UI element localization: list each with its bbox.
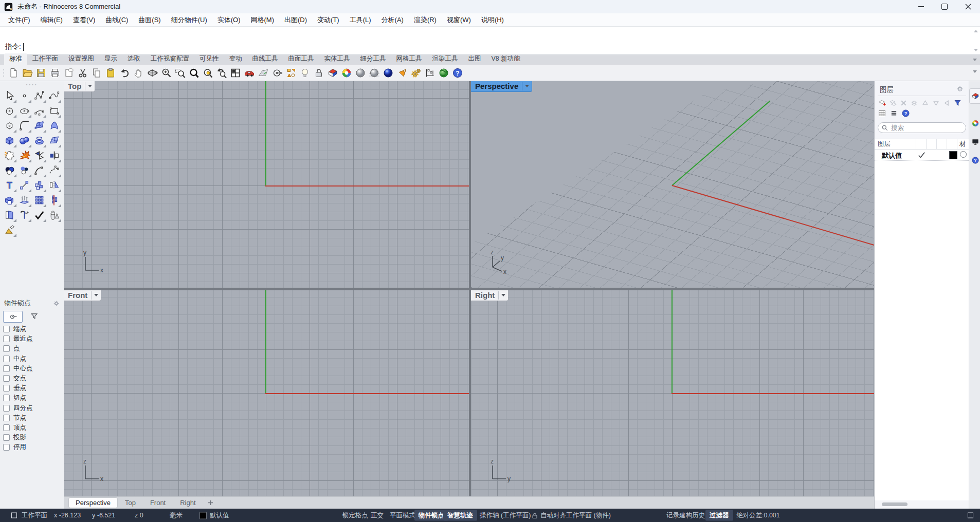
osnap-checkbox[interactable] xyxy=(3,345,10,352)
sidebar-grip[interactable]: •••• xyxy=(0,81,64,87)
command-scrollbar[interactable] xyxy=(973,28,978,53)
status-item[interactable]: 智慧轨迹 xyxy=(443,510,477,521)
text-object-tool-button[interactable]: T xyxy=(2,178,17,193)
open-file-button[interactable] xyxy=(20,66,34,80)
analyze-surface-button[interactable] xyxy=(256,66,270,80)
osnap-checkbox[interactable] xyxy=(3,415,10,421)
osnap-label[interactable]: 投影 xyxy=(13,433,26,442)
ribbon-tab[interactable]: 实体工具 xyxy=(319,53,355,65)
explode-tool-button[interactable] xyxy=(17,148,32,163)
single-point-tool-button[interactable] xyxy=(17,88,32,103)
menu-item[interactable]: 曲面(S) xyxy=(133,13,166,27)
surface-patch-tool-button[interactable] xyxy=(47,133,62,148)
status-item[interactable]: 自动对齐工作平面 (物件) xyxy=(532,511,611,520)
maximize-button[interactable] xyxy=(933,0,956,13)
panel-menu-button[interactable] xyxy=(889,108,899,118)
viewport-right[interactable]: Right z y xyxy=(471,290,874,496)
osnap-checkbox[interactable] xyxy=(3,424,10,431)
zoom-extents-button[interactable] xyxy=(187,66,201,80)
flip-direction-tool-button[interactable] xyxy=(2,208,17,222)
status-item[interactable]: 锁定格点 xyxy=(342,511,368,520)
status-item[interactable]: 绝对公差:0.001 xyxy=(736,511,780,520)
cplane-indicator-icon[interactable] xyxy=(11,513,17,518)
dimension-button[interactable] xyxy=(423,66,437,80)
rotate-view-button[interactable] xyxy=(145,66,159,80)
viewport-front-label[interactable]: Front xyxy=(64,290,101,301)
tab-overflow-icon[interactable] xyxy=(973,59,977,63)
rectangle-tool-button[interactable] xyxy=(47,103,62,118)
osnap-checkbox[interactable] xyxy=(3,335,10,342)
ribbon-tab[interactable]: 曲面工具 xyxy=(283,53,319,65)
layer-search-box[interactable] xyxy=(878,122,966,133)
viewport-tab-perspective[interactable]: Perspective xyxy=(69,498,117,508)
circle-center-tool-button[interactable] xyxy=(2,103,17,118)
extrude-tool-button[interactable] xyxy=(17,193,32,208)
menu-item[interactable]: 网格(M) xyxy=(246,13,280,27)
surface-from-points-tool-button[interactable] xyxy=(32,118,47,133)
car-button[interactable] xyxy=(242,66,256,80)
status-item[interactable]: y -6.521 xyxy=(92,512,115,519)
spheres-tool-button[interactable] xyxy=(17,133,32,148)
minimize-button[interactable] xyxy=(909,0,933,13)
ribbon-tab[interactable]: 显示 xyxy=(99,53,122,65)
osnap-label[interactable]: 中点 xyxy=(13,355,26,363)
lock-objects-button[interactable] xyxy=(312,66,325,80)
osnap-label[interactable]: 四分点 xyxy=(13,404,33,413)
move-down-button[interactable] xyxy=(931,98,941,108)
viewport-top[interactable]: Top y x xyxy=(64,81,469,288)
new-sublayer-button[interactable] xyxy=(888,98,898,108)
curved-surface-tool-button[interactable] xyxy=(47,118,62,133)
ribbon-tab[interactable]: 细分工具 xyxy=(355,53,391,65)
selection-cone-button[interactable] xyxy=(395,66,409,80)
status-item[interactable]: 毫米 xyxy=(170,511,183,520)
scroll-up-icon[interactable] xyxy=(974,28,978,32)
select-pointer-tool-button[interactable] xyxy=(2,88,17,103)
panel-tab-help[interactable]: ? xyxy=(970,153,980,167)
panel-gear-icon[interactable] xyxy=(956,85,964,92)
ribbon-tab[interactable]: V8 新功能 xyxy=(486,53,525,65)
visibility-tool-button[interactable] xyxy=(2,222,17,237)
viewport-top-label[interactable]: Top xyxy=(64,81,95,91)
web-globe-button[interactable] xyxy=(437,66,450,80)
menu-item[interactable]: 变动(T) xyxy=(312,13,344,27)
osnap-checkbox[interactable] xyxy=(3,385,10,392)
viewport-layout-button[interactable] xyxy=(228,66,242,80)
boolean-difference-tool-button[interactable] xyxy=(17,163,32,178)
osnap-checkbox[interactable] xyxy=(3,375,10,382)
osnap-filter-button[interactable] xyxy=(25,311,43,322)
undo-view-change-button[interactable] xyxy=(214,66,228,80)
panel-help-button[interactable]: ? xyxy=(901,108,911,118)
status-item[interactable]: 工作平面 xyxy=(22,511,47,520)
move-tool-button[interactable] xyxy=(17,178,32,193)
table-view-button[interactable] xyxy=(877,108,887,118)
split-tool-button[interactable] xyxy=(47,148,62,163)
menu-item[interactable]: 说明(H) xyxy=(476,13,509,27)
osnap-gear-icon[interactable] xyxy=(53,300,60,307)
solid-tools-tool-button[interactable] xyxy=(47,208,62,222)
status-item[interactable]: z 0 xyxy=(135,512,143,519)
collapse-button[interactable] xyxy=(942,98,952,108)
osnap-toggle-button[interactable] xyxy=(3,311,23,323)
point-edit-tool-button[interactable] xyxy=(32,208,47,222)
ribbon-tab[interactable]: 选取 xyxy=(122,53,146,65)
status-right-icon[interactable] xyxy=(968,513,973,518)
status-item[interactable]: 默认值 xyxy=(199,511,229,520)
layer-material-circle[interactable] xyxy=(960,151,967,158)
undo-button[interactable] xyxy=(117,66,131,80)
scroll-down-icon[interactable] xyxy=(974,49,978,53)
layer-name[interactable]: 默认值 xyxy=(882,151,902,160)
save-file-button[interactable] xyxy=(34,66,48,80)
mirror-tool-button[interactable] xyxy=(47,178,62,193)
ribbon-tab[interactable]: 标准 xyxy=(4,53,27,65)
zoom-window-button[interactable] xyxy=(173,66,187,80)
linear-array-tool-button[interactable] xyxy=(47,193,62,208)
menu-item[interactable]: 查看(V) xyxy=(68,13,100,27)
menu-item[interactable]: 出图(D) xyxy=(279,13,312,27)
osnap-label[interactable]: 切点 xyxy=(13,394,26,402)
ribbon-tab[interactable]: 可见性 xyxy=(194,53,224,65)
render-sphere-button[interactable] xyxy=(353,66,367,80)
trim-tool-button[interactable] xyxy=(32,148,47,163)
viewport-perspective-label[interactable]: Perspective xyxy=(471,81,532,91)
menu-item[interactable]: 视窗(W) xyxy=(442,13,476,27)
curve-blend-tool-button[interactable] xyxy=(47,163,62,178)
